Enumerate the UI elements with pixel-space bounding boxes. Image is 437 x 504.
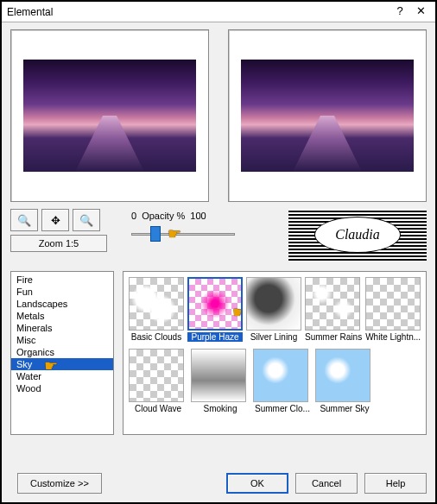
zoom-out-button[interactable]: 🔍 <box>73 209 100 231</box>
opacity-label: Opacity % <box>142 211 185 221</box>
category-item-sky[interactable]: Sky☛ <box>11 358 113 370</box>
thumbnail-label: Purple Haze <box>187 332 243 342</box>
watermark-text: Claudia <box>314 217 401 253</box>
thumbnail-summer-clo-[interactable]: Summer Clo... <box>253 349 312 413</box>
thumbnail-summer-sky[interactable]: Summer Sky <box>315 349 374 413</box>
thumbnail-label: Cloud Wave <box>129 404 187 413</box>
category-item-organics[interactable]: Organics <box>11 346 113 358</box>
category-item-minerals[interactable]: Minerals <box>11 322 113 334</box>
move-icon: ✥ <box>51 214 60 227</box>
opacity-value: 100 <box>190 211 206 221</box>
thumbnail-label: Summer Rains <box>305 332 362 342</box>
preview-before <box>10 29 209 202</box>
thumbnail-label: Summer Sky <box>315 404 374 413</box>
preview-after-image <box>241 60 414 172</box>
category-list[interactable]: FireFunLandscapesMetalsMineralsMiscOrgan… <box>10 271 114 435</box>
thumbnail-label: Basic Clouds <box>129 332 184 342</box>
preview-row <box>10 29 427 202</box>
titlebar: Elemental ? ✕ <box>2 2 435 22</box>
zoom-level-label: Zoom 1:5 <box>10 235 107 252</box>
preview-after <box>228 29 427 202</box>
pointer-hand-icon: ☛ <box>232 303 243 322</box>
watermark: Claudia <box>288 209 427 261</box>
category-item-fun[interactable]: Fun <box>11 286 113 298</box>
thumbnail-silver-lining[interactable]: Silver Lining <box>246 277 301 342</box>
thumbnail-swatch <box>129 277 184 331</box>
customize-button[interactable]: Customize >> <box>17 473 102 494</box>
thumbnail-swatch <box>305 277 360 331</box>
preview-before-image <box>23 60 196 172</box>
thumbnail-grid[interactable]: Basic Clouds☛Purple HazeSilver LiningSum… <box>123 271 427 435</box>
category-item-water[interactable]: Water <box>11 370 113 382</box>
category-item-misc[interactable]: Misc <box>11 334 113 346</box>
zoom-controls: 🔍 ✥ 🔍 Zoom 1:5 <box>10 209 123 252</box>
close-button[interactable]: ✕ <box>411 4 430 20</box>
thumbnail-label: Silver Lining <box>246 332 301 342</box>
zoom-out-icon: 🔍 <box>79 214 93 227</box>
opacity-slider[interactable]: ☛ <box>131 224 235 243</box>
category-item-fire[interactable]: Fire <box>11 274 113 286</box>
dialog-window: Elemental ? ✕ 🔍 ✥ 🔍 Zoom 1:5 <box>0 0 437 504</box>
opacity-controls: 0 Opacity % 100 ☛ <box>131 211 235 243</box>
pan-button[interactable]: ✥ <box>41 209 69 231</box>
slider-thumb[interactable] <box>150 226 161 242</box>
controls-row: 🔍 ✥ 🔍 Zoom 1:5 0 Opacity % 100 ☛ <box>10 209 427 261</box>
thumbnail-smoking[interactable]: Smoking <box>191 349 250 413</box>
category-item-landscapes[interactable]: Landscapes <box>11 298 113 310</box>
dialog-content: 🔍 ✥ 🔍 Zoom 1:5 0 Opacity % 100 ☛ <box>2 22 435 442</box>
window-title: Elemental <box>7 6 389 18</box>
thumbnail-swatch <box>365 277 421 331</box>
dialog-buttons: Customize >> OK Cancel Help <box>10 473 427 494</box>
thumbnail-purple-haze[interactable]: ☛Purple Haze <box>187 277 243 342</box>
thumbnail-swatch <box>246 277 301 331</box>
thumbnail-swatch <box>253 349 308 402</box>
thumbnail-cloud-wave[interactable]: Cloud Wave <box>129 349 187 413</box>
pointer-hand-icon: ☛ <box>168 224 181 243</box>
thumbnail-label: White Lightn... <box>365 332 421 342</box>
ok-button[interactable]: OK <box>226 473 288 494</box>
help-titlebar-button[interactable]: ? <box>390 4 409 20</box>
thumbnail-swatch <box>129 349 184 402</box>
category-item-metals[interactable]: Metals <box>11 310 113 322</box>
thumbnail-swatch: ☛ <box>187 277 243 331</box>
zoom-in-icon: 🔍 <box>17 214 31 227</box>
zoom-in-button[interactable]: 🔍 <box>10 209 38 231</box>
thumbnail-label: Summer Clo... <box>253 404 312 413</box>
picker-row: FireFunLandscapesMetalsMineralsMiscOrgan… <box>10 271 427 435</box>
slider-track <box>131 233 235 236</box>
thumbnail-basic-clouds[interactable]: Basic Clouds <box>129 277 184 342</box>
category-item-wood[interactable]: Wood <box>11 382 113 394</box>
thumbnail-white-lightn-[interactable]: White Lightn... <box>365 277 421 342</box>
cancel-button[interactable]: Cancel <box>295 473 358 494</box>
thumbnail-label: Smoking <box>191 404 250 413</box>
thumbnail-summer-rains[interactable]: Summer Rains <box>305 277 362 342</box>
thumbnail-swatch <box>191 349 246 402</box>
thumbnail-swatch <box>315 349 370 402</box>
help-button[interactable]: Help <box>364 473 427 494</box>
opacity-min: 0 <box>131 211 136 221</box>
